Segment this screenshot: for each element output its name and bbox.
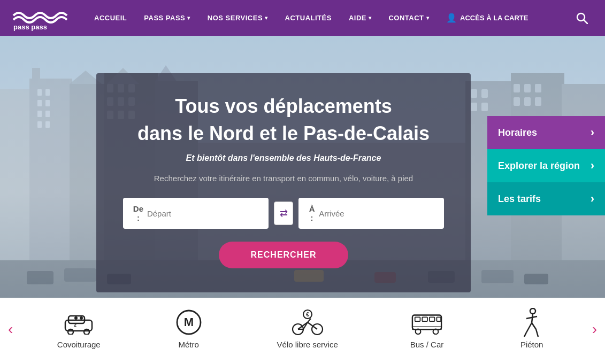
from-field-wrapper[interactable]: De : — [123, 198, 269, 229]
nav-item-accueil[interactable]: ACCUEIL — [86, 0, 135, 36]
horaires-button[interactable]: Horaires › — [487, 116, 605, 149]
svg-rect-26 — [45, 100, 50, 106]
chevron-right-icon: › — [591, 126, 594, 140]
to-field-wrapper[interactable]: À : — [298, 198, 444, 229]
svg-rect-48 — [524, 97, 531, 106]
tarifs-button[interactable]: Les tarifs › — [487, 182, 605, 215]
svg-rect-73 — [422, 317, 427, 321]
bus-icon — [411, 309, 443, 336]
svg-text:M: M — [183, 315, 193, 329]
svg-rect-47 — [514, 97, 520, 106]
hero-section: Tous vos déplacements dans le Nord et le… — [0, 36, 605, 298]
transport-item-bus[interactable]: Bus / Car — [400, 309, 455, 349]
svg-rect-15 — [27, 271, 53, 284]
nav-item-contact[interactable]: CONTACT ▾ — [380, 0, 438, 36]
svg-rect-27 — [37, 111, 42, 117]
svg-rect-75 — [436, 317, 441, 321]
from-input[interactable] — [147, 209, 260, 218]
svg-rect-44 — [514, 84, 520, 92]
svg-rect-74 — [430, 317, 435, 321]
swap-button[interactable]: ⇄ — [274, 202, 293, 225]
svg-rect-72 — [415, 317, 420, 321]
pieton-label: Piéton — [520, 340, 543, 349]
svg-point-55 — [68, 329, 73, 335]
svg-rect-49 — [535, 97, 541, 106]
chevron-right-icon: › — [591, 192, 594, 206]
nav-item-pass-pass[interactable]: PASS PASS ▾ — [135, 0, 198, 36]
hero-right-buttons: Horaires › Explorer la région › Les tari… — [487, 116, 605, 215]
transport-item-pieton[interactable]: Piéton — [505, 309, 558, 349]
svg-rect-40 — [471, 89, 477, 98]
chevron-down-icon: ▾ — [426, 15, 430, 21]
svg-text:2: 2 — [74, 322, 76, 328]
logo[interactable]: pass pass — [11, 5, 70, 32]
transport-bar: ‹ 2 Covoiturage — [0, 298, 605, 360]
carpool-icon: 2 — [63, 309, 95, 336]
explorer-button[interactable]: Explorer la région › — [487, 149, 605, 182]
navbar: pass pass ACCUEIL PASS PASS ▾ NOS SERVIC… — [0, 0, 605, 36]
chevron-right-icon: › — [591, 159, 594, 173]
transport-item-metro[interactable]: M Métro — [162, 309, 216, 349]
svg-line-81 — [532, 314, 533, 323]
bus-label: Bus / Car — [410, 340, 444, 349]
svg-text:€: € — [306, 312, 309, 317]
svg-line-83 — [526, 323, 532, 332]
person-icon: 👤 — [446, 13, 457, 23]
transport-item-velo[interactable]: € Vélo libre service — [266, 309, 349, 349]
hero-title-2: dans le Nord et le Pas-de-Calais — [123, 122, 444, 145]
svg-point-57 — [74, 316, 78, 320]
nav-item-actualites[interactable]: ACTUALITÉS — [277, 0, 340, 36]
svg-point-58 — [80, 316, 83, 320]
to-input[interactable] — [319, 209, 435, 218]
hero-description: Recherchez votre itinéraire en transport… — [123, 174, 444, 183]
svg-rect-45 — [524, 84, 531, 92]
svg-rect-21 — [481, 270, 514, 283]
nav-item-nos-services[interactable]: NOS SERVICES ▾ — [199, 0, 277, 36]
svg-rect-41 — [481, 89, 488, 98]
hero-subtitle: Et bientôt dans l'ensemble des Hauts-de-… — [123, 153, 444, 163]
svg-line-86 — [536, 329, 538, 337]
transport-item-covoiturage[interactable]: 2 Covoiturage — [47, 309, 111, 349]
chevron-down-icon: ▾ — [265, 15, 268, 21]
svg-rect-42 — [471, 103, 477, 111]
nav-links: ACCUEIL PASS PASS ▾ NOS SERVICES ▾ ACTUA… — [86, 0, 570, 36]
hero-title-1: Tous vos déplacements — [123, 95, 444, 118]
svg-rect-43 — [481, 103, 488, 111]
nav-item-aide[interactable]: AIDE ▾ — [340, 0, 380, 36]
prev-transport-button[interactable]: ‹ — [0, 321, 21, 338]
next-transport-button[interactable]: › — [584, 321, 605, 338]
hero-content: Tous vos déplacements dans le Nord et le… — [96, 73, 471, 290]
svg-rect-29 — [37, 121, 42, 128]
svg-rect-22 — [524, 274, 548, 284]
search-button[interactable] — [570, 0, 594, 36]
svg-point-80 — [530, 308, 535, 314]
chevron-down-icon: ▾ — [187, 15, 190, 21]
svg-rect-28 — [45, 111, 50, 117]
rechercher-button[interactable]: RECHERCHER — [219, 242, 349, 268]
velo-label: Vélo libre service — [277, 340, 338, 349]
chevron-down-icon: ▾ — [369, 15, 372, 21]
svg-line-84 — [524, 332, 526, 337]
svg-line-85 — [532, 323, 536, 329]
from-label: De : — [132, 204, 145, 222]
svg-rect-24 — [45, 89, 50, 96]
transport-items: 2 Covoiturage M Métro € — [21, 309, 584, 349]
svg-point-56 — [84, 329, 89, 335]
covoiturage-label: Covoiturage — [57, 340, 101, 349]
svg-rect-16 — [64, 268, 96, 282]
search-row: De : ⇄ À : — [123, 198, 444, 229]
bike-icon: € — [292, 309, 324, 336]
svg-text:pass pass: pass pass — [13, 23, 47, 31]
to-label: À : — [307, 204, 317, 222]
pedestrian-icon — [516, 309, 548, 336]
svg-rect-30 — [45, 121, 50, 128]
svg-rect-25 — [37, 100, 42, 106]
nav-item-acces-carte[interactable]: 👤 ACCÈS À LA CARTE — [438, 0, 537, 36]
svg-line-2 — [584, 20, 587, 24]
metro-label: Métro — [178, 340, 198, 349]
metro-icon: M — [173, 309, 205, 336]
svg-rect-46 — [535, 84, 541, 92]
svg-rect-23 — [37, 89, 42, 96]
